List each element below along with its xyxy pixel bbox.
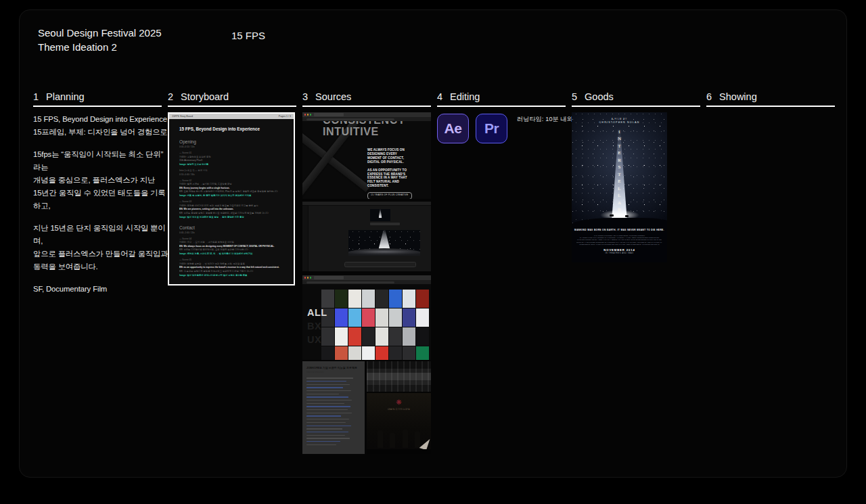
gallery-tile: [403, 327, 415, 346]
column-storyboard: 2 Storyboard 15FPS Story Board Pages 1 /…: [168, 90, 296, 285]
column-number: 1: [33, 91, 39, 102]
planning-notes: 15 FPS, Beyond Design into Experience 15…: [33, 113, 170, 296]
filter-all: ALL: [307, 306, 327, 319]
award-logo-icon: ❋: [396, 399, 401, 406]
doc-text-line: [306, 428, 342, 429]
storyboard-lines: Opening0:00–0:10 / 10s— Scene 01카메라: 수평선…: [179, 139, 288, 277]
gallery-tile: [362, 346, 375, 360]
browser-chrome: [302, 275, 431, 284]
adobe-app-icon[interactable]: Pr: [476, 114, 507, 143]
doc-text-line: [306, 435, 345, 436]
poster-release-date: NOVEMBER 2014: [572, 248, 667, 252]
column-goods-header: 5 Goods: [572, 90, 700, 104]
gallery-tile: [375, 327, 388, 346]
column-number: 4: [437, 91, 442, 102]
column-underline: [33, 106, 162, 107]
column-label: Storyboard: [181, 91, 229, 102]
source-portfolio-grid-screenshot[interactable]: ALL BX UX: [302, 275, 431, 360]
doc-text-line: [306, 441, 340, 442]
gallery-tile: [416, 290, 429, 308]
storyboard-line: [179, 219, 288, 222]
interstellar-poster[interactable]: A FILM BY CHRISTOPHER NOLAN INTERSTELLAR…: [572, 112, 667, 262]
gallery-tile: [321, 290, 334, 308]
column-underline: [437, 106, 566, 107]
column-underline: [572, 106, 700, 107]
poster-title-vertical: INTERSTELLAR: [618, 130, 621, 212]
adobe-app-icon[interactable]: Ae: [437, 114, 469, 143]
poster-director-credit: A FILM BY CHRISTOPHER NOLAN: [572, 118, 667, 124]
beam-reference-image-large: [348, 230, 420, 256]
storyboard-doc-title: 15 FPS, Beyond Design into Experience: [179, 127, 288, 131]
filter-ux: UX: [307, 333, 327, 346]
adobe-app-abbr: Ae: [445, 120, 462, 137]
url-field: [306, 118, 394, 120]
award-flag: [419, 437, 430, 451]
doc-text-line: [306, 409, 348, 410]
board-title: Seoul Design Festival 2025 Theme Ideatio…: [38, 26, 162, 54]
gallery-tile: [348, 290, 361, 308]
source-ai-chat-screenshot[interactable]: [302, 202, 431, 271]
adobe-tools: Ae Pr: [437, 114, 507, 143]
gallery-tile: [389, 327, 402, 346]
sources-bottom-row: JOBKOREA 기업 브랜드 리뉴얼 프로젝트 Internal Interv…: [302, 361, 431, 454]
runtime-note: 러닝타임: 10분 내외: [517, 115, 573, 124]
browser-tab: [314, 276, 344, 279]
planning-paragraph: SF, Documentary Film: [33, 283, 170, 296]
gallery-grid: [321, 290, 430, 360]
storyboard-document-thumbnail[interactable]: 15FPS Story Board Pages 1 / 3 15 FPS, Be…: [168, 112, 295, 285]
doc-text-line: [306, 406, 350, 407]
website-copy: WE ALWAYS FOCUS ON DESIGNING EVERY MOMEN…: [367, 148, 427, 199]
column-planning: 1 Planning 15 FPS, Beyond Design into Ex…: [33, 90, 162, 305]
doc-text-line: [306, 396, 348, 397]
column-number: 3: [302, 91, 308, 102]
doc-text-line: [306, 384, 350, 385]
storyboard-window-titlebar: 15FPS Story Board Pages 1 / 3: [169, 114, 294, 119]
poster-top-line1: A FILM BY: [572, 118, 667, 120]
column-showing-header: 6 Showing: [706, 90, 835, 104]
storyboard-document-body: 15 FPS, Beyond Design into Experience Op…: [169, 119, 294, 277]
gallery-tile: [362, 290, 375, 308]
doc-text-line: [306, 413, 352, 413]
gallery-tile: [375, 308, 388, 327]
column-planning-header: 1 Planning: [33, 90, 162, 104]
minimize-window-icon: [307, 114, 309, 115]
close-window-icon: [304, 114, 306, 115]
gallery-tile: [389, 308, 402, 327]
storyboard-line: Opening: [179, 139, 288, 145]
zoom-window-icon: [310, 277, 311, 278]
column-editing-header: 4 Editing: [437, 90, 566, 104]
source-award-photo[interactable]: ❋ 대한민국디자인대상: [367, 393, 431, 454]
website-viewport: CONSISTENCY INTUITIVE WE ALWAYS FOCUS ON…: [302, 121, 431, 199]
column-sources: 3 Sources: [302, 90, 431, 454]
doc-text-line: [306, 394, 339, 394]
source-interview-doc[interactable]: JOBKOREA 기업 브랜드 리뉴얼 프로젝트 Internal Interv…: [302, 361, 365, 454]
source-office-photo[interactable]: [367, 361, 431, 392]
award-caption: 대한민국디자인대상: [367, 408, 431, 411]
poster-top-line2: CHRISTOPHER NOLAN: [572, 121, 667, 124]
doc-text-line: [306, 400, 352, 400]
poster-credit-line: PRODUCED BY EMMA THOMAS CHRISTOPHER NOLA…: [576, 244, 662, 246]
source-website-screenshot[interactable]: CONSISTENCY INTUITIVE WE ALWAYS FOCUS ON…: [302, 112, 431, 199]
browser-chrome: [302, 112, 431, 121]
browser-tab-strip: [302, 112, 431, 117]
gallery-tile: [389, 346, 402, 360]
filter-bx: BX: [307, 319, 327, 333]
doc-text-line: [306, 390, 351, 391]
close-window-icon: [304, 277, 306, 278]
column-editing: 4 Editing Ae Pr 러닝타임: 10분 내외: [437, 90, 566, 143]
gallery-filters: ALL BX UX: [307, 306, 327, 346]
gallery-tile: [335, 327, 348, 346]
column-label: Planning: [46, 91, 84, 102]
zoom-window-icon: [310, 114, 311, 115]
doc-text-line: [306, 403, 344, 404]
doc-text-line: [306, 432, 348, 432]
interview-doc-title: JOBKOREA 기업 브랜드 리뉴얼 프로젝트: [306, 366, 361, 369]
editing-tools-row: Ae Pr 러닝타임: 10분 내외: [437, 114, 566, 143]
doc-text-line: [306, 415, 341, 416]
website-copy-p2: AS AN OPPORTUNITY TO EXPRESS THE BRAND'S…: [367, 168, 427, 189]
column-number: 2: [168, 91, 173, 102]
storyboard-window-title: 15FPS Story Board: [172, 115, 193, 118]
gallery-tile: [416, 308, 429, 327]
column-sources-header: 3 Sources: [302, 90, 431, 104]
storyboard-window-pages: Pages 1 / 3: [279, 115, 291, 118]
